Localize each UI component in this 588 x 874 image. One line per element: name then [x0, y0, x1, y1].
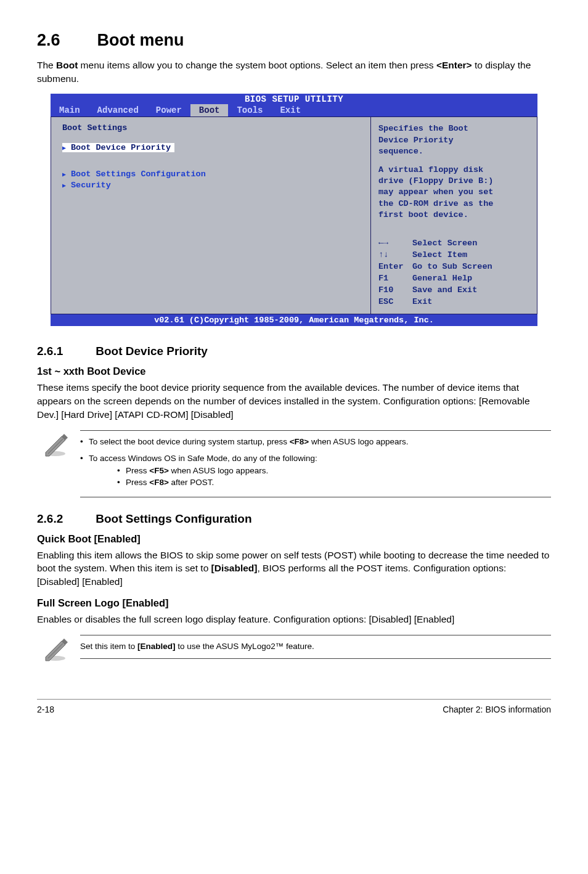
- bios-body: Boot Settings Boot Device Priority Boot …: [51, 116, 537, 314]
- bios-tab-power[interactable]: Power: [147, 104, 190, 116]
- subsection-num: 2.6.1: [37, 345, 92, 358]
- subsection-261: 2.6.1 Boot Device Priority: [37, 345, 551, 358]
- bios-tab-main[interactable]: Main: [51, 104, 89, 116]
- bios-item-security[interactable]: Security: [62, 181, 359, 190]
- page-number: 2-18: [37, 705, 54, 714]
- bios-item-boot-device-priority[interactable]: Boot Device Priority: [62, 143, 174, 152]
- subsection-num-262: 2.6.2: [37, 512, 92, 526]
- note-block-1: To select the boot device during system …: [37, 430, 551, 497]
- intro-paragraph: The Boot menu items allow you to change …: [37, 59, 551, 85]
- bios-help-pane: Specifies the Boot Device Priority seque…: [370, 117, 537, 314]
- subsection-262: 2.6.2 Boot Settings Configuration: [37, 512, 551, 526]
- bios-tab-tools[interactable]: Tools: [228, 104, 271, 116]
- note-content-1: To select the boot device during system …: [80, 430, 551, 497]
- bios-panel-heading: Boot Settings: [62, 123, 359, 133]
- section-number: 2.6: [37, 31, 92, 50]
- quick-boot-heading: Quick Boot [Enabled]: [37, 533, 551, 545]
- note1-bullet1: To select the boot device during system …: [80, 436, 551, 448]
- bios-screenshot: BIOS SETUP UTILITY Main Advanced Power B…: [51, 94, 537, 326]
- section-title: 2.6 Boot menu: [37, 31, 551, 50]
- full-screen-logo-paragraph: Enables or disables the full screen logo…: [37, 613, 551, 626]
- bios-title: BIOS SETUP UTILITY: [51, 94, 537, 104]
- pencil-note-icon: [42, 635, 69, 662]
- page-footer: 2-18 Chapter 2: BIOS information: [37, 699, 551, 714]
- section-title-text: Boot menu: [97, 31, 184, 49]
- note1-bullet2: To access Windows OS in Safe Mode, do an…: [80, 452, 551, 489]
- bios-key-legend: ←→Select Screen ↑↓Select Item EnterGo to…: [378, 238, 529, 308]
- bios-tab-advanced[interactable]: Advanced: [89, 104, 147, 116]
- boot-device-heading: 1st ~ xxth Boot Device: [37, 366, 551, 377]
- bios-footer: v02.61 (C)Copyright 1985-2009, American …: [51, 314, 537, 326]
- chapter-label: Chapter 2: BIOS information: [443, 705, 551, 714]
- bios-tab-boot[interactable]: Boot: [190, 104, 229, 116]
- bios-help-text: Specifies the Boot Device Priority seque…: [378, 123, 529, 157]
- full-screen-logo-heading: Full Screen Logo [Enabled]: [37, 597, 551, 609]
- boot-device-paragraph: These items specify the boot device prio…: [37, 381, 551, 421]
- note-content-2: Set this item to [Enabled] to use the AS…: [80, 635, 551, 660]
- bios-left-pane: Boot Settings Boot Device Priority Boot …: [51, 117, 370, 314]
- subsection-title: Boot Device Priority: [96, 345, 208, 357]
- note1-sub1: Press <F5> when ASUS logo appears.: [89, 465, 551, 477]
- note1-sub2: Press <F8> after POST.: [89, 476, 551, 489]
- pencil-note-icon: [42, 430, 69, 457]
- subsection-title-262: Boot Settings Configuration: [96, 512, 251, 525]
- bios-item-boot-settings-config[interactable]: Boot Settings Configuration: [62, 169, 359, 179]
- bios-tab-bar: Main Advanced Power Boot Tools Exit: [51, 104, 537, 116]
- quick-boot-paragraph: Enabling this item allows the BIOS to sk…: [37, 549, 551, 589]
- bios-tab-exit[interactable]: Exit: [271, 104, 309, 116]
- note-block-2: Set this item to [Enabled] to use the AS…: [37, 635, 551, 662]
- bios-help-detail: A virtual floppy disk drive (Floppy Driv…: [378, 165, 529, 221]
